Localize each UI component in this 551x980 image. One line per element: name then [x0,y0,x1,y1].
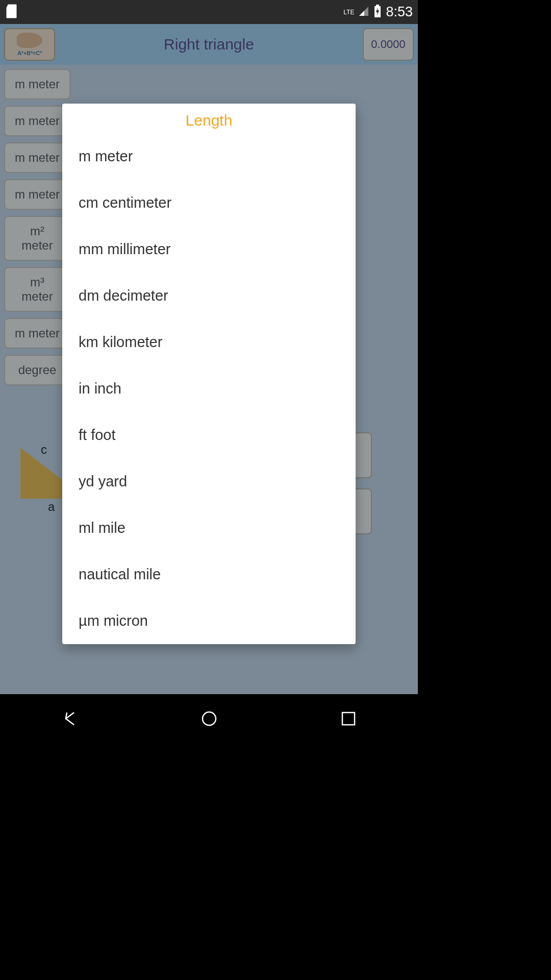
dialog-title: Length [62,104,356,133]
unit-option-meter[interactable]: m meter [62,133,356,180]
nav-bar [0,694,418,743]
length-dialog: Length m meter cm centimeter mm millimet… [62,104,356,644]
signal-icon [358,6,369,19]
status-bar: LTE 8:53 [0,0,418,24]
unit-option-centimeter[interactable]: cm centimeter [62,180,356,226]
back-icon [61,709,79,728]
home-button[interactable] [197,706,221,731]
unit-option-inch[interactable]: in inch [62,365,356,412]
unit-option-mile[interactable]: ml mile [62,505,356,551]
battery-icon [373,5,382,20]
sdcard-icon [5,4,18,21]
recent-button[interactable] [336,706,361,731]
square-icon [339,709,358,728]
status-time: 8:53 [386,4,413,20]
unit-option-kilometer[interactable]: km kilometer [62,319,356,365]
app-area: A²+B²=C² Right triangle 0.0000 m meter m… [0,24,418,694]
svg-rect-1 [376,5,379,6]
svg-point-2 [203,712,216,725]
dialog-list[interactable]: m meter cm centimeter mm millimeter dm d… [62,133,356,644]
unit-option-millimeter[interactable]: mm millimeter [62,226,356,273]
unit-option-foot[interactable]: ft foot [62,412,356,458]
circle-icon [200,709,218,728]
unit-option-yard[interactable]: yd yard [62,458,356,505]
status-left [5,4,18,21]
svg-rect-3 [342,713,355,725]
unit-option-decimeter[interactable]: dm decimeter [62,273,356,319]
back-button[interactable] [58,706,82,731]
unit-option-nautical-mile[interactable]: nautical mile [62,551,356,598]
status-right: LTE 8:53 [343,4,413,20]
unit-option-micron[interactable]: µm micron [62,598,356,644]
lte-label: LTE [343,9,354,16]
modal-overlay[interactable]: Length m meter cm centimeter mm millimet… [0,24,418,694]
